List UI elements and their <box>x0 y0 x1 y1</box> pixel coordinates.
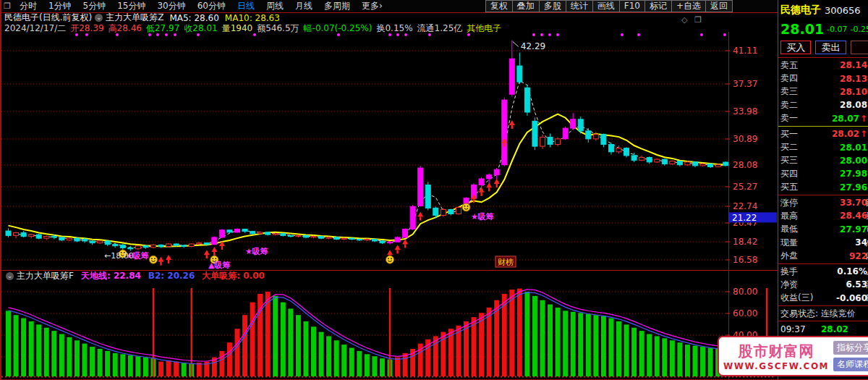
stat-row-value: 28.46 <box>840 211 867 221</box>
main-chart[interactable]: 41.1137.3733.9830.8928.0825.2722.7420.47… <box>1 32 778 270</box>
signal-dot <box>428 33 431 36</box>
candle <box>662 159 667 164</box>
tab-period-10[interactable]: 更多› <box>356 0 388 12</box>
indicator-bar <box>311 326 316 376</box>
ma10-line <box>9 114 726 247</box>
ma5-value: MA5: 28.60 <box>169 13 218 23</box>
buy-arrow-icon <box>166 255 171 263</box>
candle <box>150 245 156 247</box>
quote-stock-name: 民德电子 <box>780 4 821 17</box>
candle <box>235 229 240 232</box>
buy-button[interactable]: 买入 <box>780 41 811 54</box>
indicator-bar <box>380 358 385 376</box>
tab-period-2[interactable]: 5分钟 <box>77 0 112 12</box>
signal-dot <box>75 33 78 36</box>
toolbar-button-7[interactable]: +自选 <box>671 0 706 12</box>
ask-row-value: 28.13 <box>840 74 867 84</box>
panel-icon[interactable]: ❐ <box>694 15 702 25</box>
sub-indicator-name: 主力大单吸筹F <box>17 270 74 282</box>
candle <box>14 233 19 236</box>
toolbar-button-3[interactable]: 统计 <box>566 0 593 12</box>
candle <box>105 241 110 245</box>
ask-row-label: 卖三 <box>780 85 798 98</box>
sub-chart[interactable]: 80.0060.0040.00 <box>1 282 778 380</box>
toolbar-button-1[interactable]: 叠加 <box>512 0 540 12</box>
quote-price-row: 28.01 -0.07 -0.25% <box>778 20 868 38</box>
candle <box>357 239 362 240</box>
tab-period-3[interactable]: 15分钟 <box>111 0 151 12</box>
indicator-bar <box>655 336 660 376</box>
buy-arrow-icon <box>211 247 217 256</box>
watermark-text: 股市财富网 WWW.GSCFW.COM <box>723 342 829 371</box>
tab-period-0[interactable]: 分时 <box>14 0 43 12</box>
caibang-badge[interactable]: 财榜 <box>495 256 516 267</box>
tab-period-7[interactable]: 周线 <box>260 0 289 12</box>
indicator-bar <box>693 346 698 376</box>
tab-period-4[interactable]: 30分钟 <box>151 0 191 12</box>
candle <box>479 179 484 185</box>
signal-dot <box>637 33 640 36</box>
collapse-icon[interactable]: ⌄ <box>95 14 103 22</box>
indicator-bar <box>556 308 561 376</box>
candle <box>715 165 720 167</box>
toolbar-button-6[interactable]: 标记 <box>644 0 672 12</box>
indicator-bar <box>288 308 293 376</box>
candle <box>158 245 163 246</box>
y-axis-label: 30.89 <box>733 134 757 144</box>
signal-dot <box>174 33 176 36</box>
candle <box>494 169 499 174</box>
tab-period-6[interactable]: 日线 <box>231 0 260 12</box>
indicator-bar <box>319 332 324 376</box>
toolbar-button-2[interactable]: 多股 <box>539 0 566 12</box>
tick-row: 09:3728.02 <box>778 322 868 336</box>
indicator-bar <box>487 308 492 376</box>
toolbar-button-4[interactable]: 画线 <box>592 0 620 12</box>
tab-period-8[interactable]: 月线 <box>289 0 318 12</box>
bid-row-label: 买一 <box>780 128 798 140</box>
up-arrow-icon: ↑ <box>860 129 867 139</box>
toolbar-button-0[interactable]: 复权 <box>485 0 513 12</box>
indicator-bar <box>700 347 705 376</box>
signal-dot <box>723 33 726 36</box>
candle <box>563 128 568 139</box>
indicator-bar <box>532 296 537 376</box>
watermark-badges: 指标分享 名师课程 <box>833 339 868 373</box>
window-icon[interactable]: ❐ <box>4 1 11 11</box>
stat-segment-8: 换0.15% <box>376 22 412 32</box>
indicator-bar <box>273 296 278 376</box>
indicator-bar <box>59 334 64 377</box>
tab-period-1[interactable]: 1分钟 <box>43 0 77 12</box>
candle <box>349 238 354 239</box>
candle <box>29 235 34 237</box>
tab-period-5[interactable]: 60分钟 <box>192 0 231 12</box>
chart-corner-icons: ◇ ❐ <box>681 15 706 25</box>
badge-indicator-share[interactable]: 指标分享 <box>833 341 868 355</box>
bid-levels: 买一28.02↑买二28.01买三28.00买四27.98买五27.96 <box>778 127 868 194</box>
toolbar-button-5[interactable]: F10 <box>619 0 645 12</box>
stat-row-label: 现量 <box>780 237 798 249</box>
diamond-icon[interactable]: ◇ <box>681 15 687 25</box>
tick-time: 09:37 <box>780 324 811 334</box>
collapse-icon[interactable]: ⌄ <box>6 272 14 280</box>
daily-stats-line: 2024/12/17/二开28.39高28.46低27.97收28.01量194… <box>4 22 506 32</box>
buy-arrow-icon <box>509 120 515 129</box>
indicator-bar <box>616 321 621 376</box>
toolbar-button-8[interactable]: 返回 <box>705 0 733 12</box>
ask-row-label: 卖四 <box>780 72 798 85</box>
sell-button[interactable]: 卖出 <box>815 41 846 54</box>
indicator-bar <box>51 331 56 376</box>
stat-row-label: 换手 <box>780 266 798 278</box>
candle <box>685 162 690 165</box>
badge-teacher-course[interactable]: 名师课程 <box>833 358 868 371</box>
signal-spike <box>153 288 154 376</box>
signal-dot <box>85 33 88 36</box>
stat-row-label: 涨停 <box>780 197 798 209</box>
buy-arrow-icon <box>395 245 401 253</box>
ask-row-value: 28.08 <box>840 100 867 110</box>
tab-period-9[interactable]: 多周期 <box>318 0 356 12</box>
extra-button[interactable] <box>851 41 868 54</box>
stats-block-2: 换手0.16%月净资6.53沪收益(三)-0.060P <box>778 265 868 305</box>
signal-dot <box>556 33 559 36</box>
indicator-bar <box>82 344 88 376</box>
signal-dot <box>253 33 256 36</box>
